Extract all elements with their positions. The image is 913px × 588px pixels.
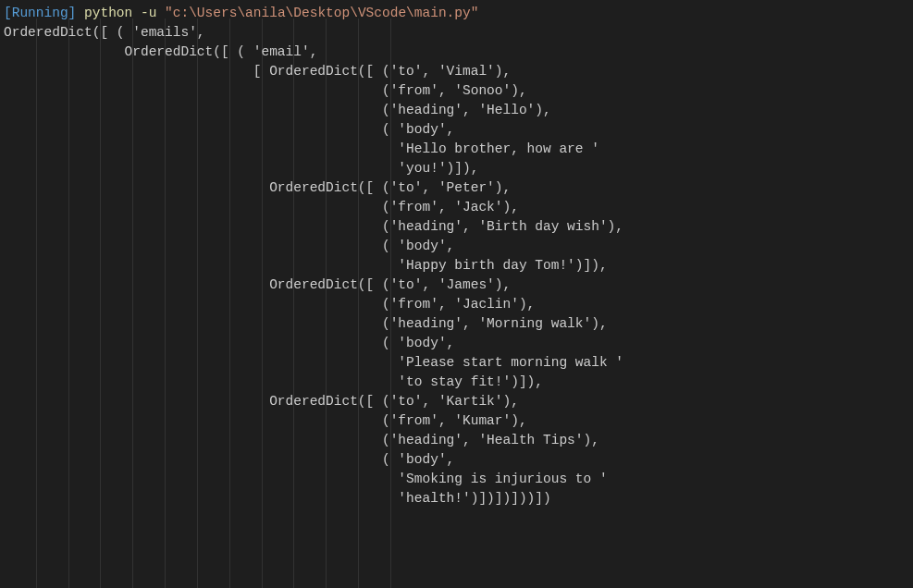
command-path: "c:\Users\anila\Desktop\VScode\main.py" <box>165 6 478 20</box>
output-line: OrderedDict([ ('to', 'Peter'), <box>4 178 913 198</box>
status-badge: [Running] <box>4 6 76 20</box>
output-line: OrderedDict([ ( 'emails', <box>4 23 913 43</box>
output-line: 'Smoking is injurious to ' <box>4 470 913 489</box>
output-line: 'health!')])])]))]) <box>4 489 913 508</box>
terminal-output[interactable]: [Running] python -u "c:\Users\anila\Desk… <box>4 4 913 508</box>
output-line: ('from', 'Kumar'), <box>4 411 913 431</box>
output-line: ('from', 'Sonoo'), <box>4 81 913 101</box>
output-line: ( 'body', <box>4 334 913 353</box>
output-line: OrderedDict([ ( 'email', <box>4 43 913 62</box>
output-line: ('from', 'Jack'), <box>4 198 913 217</box>
command-line: [Running] python -u "c:\Users\anila\Desk… <box>4 4 913 23</box>
output-line: ('heading', 'Morning walk'), <box>4 314 913 334</box>
output-line: 'Please start morning walk ' <box>4 353 913 373</box>
output-line: ( 'body', <box>4 237 913 256</box>
output-line: 'Happy birth day Tom!')]), <box>4 256 913 276</box>
output-line: [ OrderedDict([ ('to', 'Vimal'), <box>4 62 913 81</box>
output-line: OrderedDict([ ('to', 'Kartik'), <box>4 392 913 411</box>
output-line: ('heading', 'Birth day wish'), <box>4 217 913 237</box>
output-line: 'you!')]), <box>4 159 913 178</box>
output-line: ( 'body', <box>4 120 913 140</box>
output-line: ('from', 'Jaclin'), <box>4 295 913 314</box>
output-line: 'Hello brother, how are ' <box>4 140 913 159</box>
output-line: ('heading', 'Hello'), <box>4 101 913 120</box>
output-line: ('heading', 'Health Tips'), <box>4 431 913 450</box>
output-line: ( 'body', <box>4 450 913 470</box>
command-interpreter: python -u <box>84 6 156 20</box>
output-line: OrderedDict([ ('to', 'James'), <box>4 276 913 295</box>
output-line: 'to stay fit!')]), <box>4 373 913 392</box>
python-output: OrderedDict([ ( 'emails', OrderedDict([ … <box>4 23 913 508</box>
